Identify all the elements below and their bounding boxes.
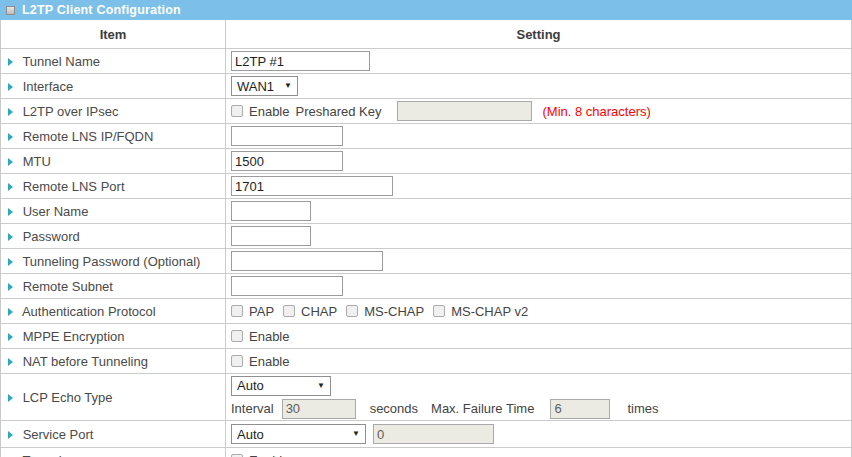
triangle-right-icon [8,394,13,402]
row-label: Remote LNS Port [23,179,125,194]
chevron-down-icon: ▼ [317,382,325,390]
interval-input [282,399,356,419]
row-label: Tunnel Name [22,54,100,69]
table-row-lcp-echo-type: LCP Echo Type Auto ▼ Interval seconds Ma… [1,374,852,421]
times-label: times [627,401,658,416]
table-row-tunneling-password: Tunneling Password (Optional) [1,249,852,274]
triangle-right-icon [8,358,13,366]
table-row-user-name: User Name [1,199,852,224]
ms-chap-v2-checkbox[interactable] [433,305,445,317]
row-label: MPPE Encryption [23,329,125,344]
pap-checkbox[interactable] [231,305,243,317]
chap-checkbox-label: CHAP [301,304,337,319]
service-port-number-input [373,424,494,444]
row-label: User Name [23,204,89,219]
table-row-remote-lns-ip: Remote LNS IP/FQDN [1,124,852,149]
service-port-select-value: Auto [237,427,264,442]
table-row-password: Password [1,224,852,249]
table-row-interface: Interface WAN1 ▼ [1,74,852,99]
l2tp-ipsec-enable-checkbox[interactable] [231,105,243,117]
window-box-icon [6,6,15,15]
row-label: MTU [23,154,51,169]
preshared-key-hint: (Min. 8 characters) [542,104,650,119]
triangle-right-icon [8,258,13,266]
remote-lns-ip-input[interactable] [231,126,343,146]
chevron-down-icon: ▼ [352,430,360,438]
interface-select[interactable]: WAN1 ▼ [231,76,298,96]
triangle-right-icon [8,83,13,91]
triangle-right-icon [8,233,13,241]
row-label: L2TP over IPsec [23,104,119,119]
enable-checkbox-label: Enable [249,354,289,369]
table-row-l2tp-over-ipsec: L2TP over IPsec Enable Preshared Key (Mi… [1,99,852,124]
table-row-tunnel: Tunnel Enable [1,448,852,457]
seconds-label: seconds [370,401,418,416]
row-label: Interface [23,79,74,94]
user-name-input[interactable] [231,201,311,221]
remote-subnet-input[interactable] [231,276,343,296]
ms-chap-v2-checkbox-label: MS-CHAP v2 [451,304,528,319]
row-label: LCP Echo Type [23,390,113,405]
table-row-service-port: Service Port Auto ▼ [1,421,852,448]
table-row-authentication-protocol: Authentication Protocol PAP CHAP [1,299,852,324]
triangle-right-icon [8,183,13,191]
enable-checkbox-label: Enable [249,329,289,344]
panel-titlebar: L2TP Client Configuration [0,0,852,20]
tunnel-name-input[interactable] [231,51,370,71]
triangle-right-icon [8,283,13,291]
triangle-right-icon [8,208,13,216]
nat-enable-checkbox[interactable] [231,355,243,367]
row-label: Service Port [23,427,94,442]
triangle-right-icon [8,431,13,439]
triangle-right-icon [8,158,13,166]
row-label: NAT before Tunneling [23,354,148,369]
triangle-right-icon [8,333,13,341]
table-row-mtu: MTU [1,149,852,174]
tunneling-password-input[interactable] [231,251,383,271]
row-label: Tunneling Password (Optional) [22,254,200,269]
enable-checkbox-label: Enable [249,104,289,119]
row-label: Password [23,229,80,244]
table-row-nat-before-tunneling: NAT before Tunneling Enable [1,349,852,374]
remote-lns-port-input[interactable] [231,176,393,196]
triangle-right-icon [8,58,13,66]
password-input[interactable] [231,226,311,246]
table-row-remote-lns-port: Remote LNS Port [1,174,852,199]
row-label: Authentication Protocol [22,304,156,319]
ms-chap-checkbox-label: MS-CHAP [364,304,424,319]
row-label: Remote LNS IP/FQDN [23,129,154,144]
table-row-mppe-encryption: MPPE Encryption Enable [1,324,852,349]
mtu-input[interactable] [231,151,343,171]
chap-checkbox[interactable] [283,305,295,317]
mppe-enable-checkbox[interactable] [231,330,243,342]
ms-chap-checkbox[interactable] [346,305,358,317]
row-label: Remote Subnet [23,279,113,294]
interface-select-value: WAN1 [237,79,274,94]
pap-checkbox-label: PAP [249,304,274,319]
preshared-key-label: Preshared Key [295,104,381,119]
lcp-echo-type-select[interactable]: Auto ▼ [231,376,331,396]
column-header-setting: Setting [226,20,852,49]
triangle-right-icon [8,133,13,141]
lcp-echo-type-select-value: Auto [237,378,264,393]
service-port-select[interactable]: Auto ▼ [231,424,366,444]
row-label: Tunnel [22,453,61,457]
table-header-row: Item Setting [1,20,852,49]
max-failure-time-label: Max. Failure Time [431,401,534,416]
chevron-down-icon: ▼ [284,82,292,90]
column-header-item: Item [1,20,226,49]
table-row-tunnel-name: Tunnel Name [1,49,852,74]
panel-title: L2TP Client Configuration [22,3,181,17]
table-row-remote-subnet: Remote Subnet [1,274,852,299]
triangle-right-icon [8,108,13,116]
configuration-table: Item Setting Tunnel Name Interface [0,20,852,457]
l2tp-client-configuration-panel: L2TP Client Configuration Item Setting T… [0,0,852,457]
triangle-right-icon [8,308,13,316]
max-failure-time-input [550,399,610,419]
preshared-key-input [397,101,532,121]
enable-checkbox-label: Enable [249,453,289,457]
interval-label: Interval [231,401,274,416]
